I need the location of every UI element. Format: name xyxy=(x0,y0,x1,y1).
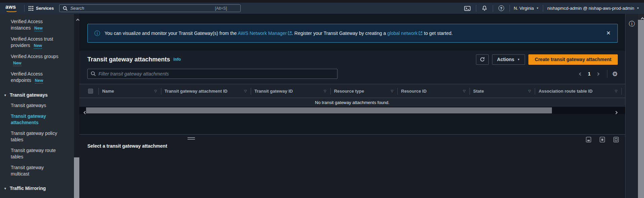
nav-divider xyxy=(510,5,510,12)
tools-side-strip: ⓘ xyxy=(625,14,638,198)
select-all-checkbox[interactable] xyxy=(88,89,93,94)
services-label: Services xyxy=(36,6,54,11)
services-grid-icon xyxy=(29,6,33,11)
region-label: N. Virginia xyxy=(514,6,534,11)
split-panel-drag-handle[interactable] xyxy=(188,137,195,140)
column-header-filler xyxy=(622,84,625,98)
sidebar-item-verified-access-instances[interactable]: Verified Access instances New xyxy=(0,17,63,33)
sidebar-item-transit-gateways[interactable]: Transit gateways xyxy=(0,101,63,110)
notifications-button[interactable] xyxy=(480,5,489,11)
table-header-row: Name ▽ Transit gateway attachment ID ▽ T… xyxy=(79,84,625,98)
column-header-transit-gateway-attachment-id[interactable]: Transit gateway attachment ID ▽ xyxy=(161,84,251,98)
sidebar-item-transit-gateway-route-tables[interactable]: Transit gateway route tables xyxy=(0,146,63,162)
panel-position-hidden-button[interactable] xyxy=(613,137,619,143)
column-header-transit-gateway-id[interactable]: Transit gateway ID ▽ xyxy=(251,84,331,98)
search-icon xyxy=(91,71,96,76)
aws-network-manager-link[interactable]: AWS Network Manager xyxy=(238,31,287,36)
attachments-table-card: Transit gateway attachments Info Actions… xyxy=(79,51,625,114)
next-page-button[interactable] xyxy=(595,71,601,77)
new-badge: New xyxy=(35,78,43,84)
sidebar-item-verified-access-endpoints[interactable]: Verified Access endpoints New xyxy=(0,69,63,86)
new-badge: New xyxy=(13,61,22,66)
services-menu-button[interactable]: Services xyxy=(29,6,54,11)
info-link[interactable]: Info xyxy=(173,57,181,62)
chevron-down-icon: ▼ xyxy=(536,7,539,10)
search-shortcut-hint: [Alt+S] xyxy=(215,6,237,11)
banner-close-button[interactable]: ✕ xyxy=(606,31,611,36)
search-input[interactable] xyxy=(70,6,212,11)
sort-icon: ▽ xyxy=(526,89,531,93)
global-network-link[interactable]: global network xyxy=(387,31,417,36)
sort-icon: ▽ xyxy=(388,89,394,93)
filter-input[interactable] xyxy=(87,69,337,79)
banner-message: You can visualize and monitor your Trans… xyxy=(105,31,453,36)
sidebar-scrollbar-thumb[interactable] xyxy=(74,157,79,198)
window-scrollbar[interactable] xyxy=(638,14,644,198)
refresh-button[interactable] xyxy=(476,54,489,65)
sort-icon: ▽ xyxy=(612,89,617,93)
sidebar-item-verified-access-trust-providers[interactable]: Verified Access trust providers New xyxy=(0,34,63,51)
top-navigation-bar: aws Services [Alt+S] xyxy=(0,3,644,14)
column-header-association-route-table-id[interactable]: Association route table ID ▽ xyxy=(535,84,622,98)
section-expanded-icon: ▼ xyxy=(4,187,7,190)
table-preferences-button[interactable]: ⚙ xyxy=(612,71,618,77)
select-all-cell xyxy=(79,84,99,98)
chevron-down-icon: ▼ xyxy=(517,58,520,61)
cloudshell-button[interactable] xyxy=(463,6,472,11)
chevron-right-icon xyxy=(596,72,600,76)
nav-divider xyxy=(24,5,25,12)
split-panel-position-controls xyxy=(586,137,619,143)
close-icon: ✕ xyxy=(606,30,611,36)
pagination: 1 ⚙ xyxy=(577,70,618,78)
panel-position-bottom-button[interactable] xyxy=(586,137,592,143)
region-selector[interactable]: N. Virginia ▼ xyxy=(514,6,539,11)
column-header-state[interactable]: State ▽ xyxy=(470,84,535,98)
search-icon xyxy=(63,6,68,11)
column-header-name[interactable]: Name ▽ xyxy=(99,84,161,98)
sort-icon: ▽ xyxy=(460,89,466,93)
sidebar-item-transit-gateway-multicast[interactable]: Transit gateway multicast xyxy=(0,163,63,179)
horizontal-scrollbar-thumb[interactable] xyxy=(86,107,552,113)
sort-icon: ▽ xyxy=(152,89,157,93)
panel-position-side-button[interactable] xyxy=(599,137,605,143)
info-panel-toggle-button[interactable]: ⓘ xyxy=(629,20,635,28)
current-page-number: 1 xyxy=(588,71,591,77)
actions-dropdown-button[interactable]: Actions ▼ xyxy=(492,54,525,65)
sidebar-scrollbar[interactable] xyxy=(74,14,79,198)
gear-icon: ⚙ xyxy=(612,70,618,78)
refresh-icon xyxy=(480,57,485,62)
pagination-divider xyxy=(607,70,607,78)
panel-side-icon xyxy=(599,137,605,143)
main-content: ⓘ You can visualize and monitor your Tra… xyxy=(79,14,625,198)
column-header-resource-type[interactable]: Resource type ▽ xyxy=(331,84,398,98)
horizontal-scrollbar[interactable] xyxy=(79,107,625,114)
new-badge: New xyxy=(34,26,43,31)
table-header-bar: Transit gateway attachments Info Actions… xyxy=(79,51,625,66)
account-menu[interactable]: nishapmcd-admin @ nishap-aws-prod-admin … xyxy=(547,6,639,11)
panel-hidden-icon xyxy=(613,137,619,143)
sidebar-item-transit-gateway-policy-tables[interactable]: Transit gateway policy tables xyxy=(0,129,63,145)
previous-page-button[interactable] xyxy=(577,71,584,77)
help-button[interactable]: ? xyxy=(497,5,506,11)
nav-divider xyxy=(493,5,493,12)
sidebar-section-traffic-mirroring[interactable]: ▼ Traffic Mirroring xyxy=(0,184,74,193)
create-transit-gateway-attachment-button[interactable]: Create transit gateway attachment xyxy=(528,54,618,65)
global-search-box[interactable]: [Alt+S] xyxy=(59,4,241,12)
window-scrollbar-thumb[interactable] xyxy=(638,20,644,198)
account-label: nishapmcd-admin @ nishap-aws-prod-admin xyxy=(547,6,634,11)
column-header-resource-id[interactable]: Resource ID ▽ xyxy=(398,84,470,98)
split-panel: Select a transit gateway attachment xyxy=(79,134,625,198)
filter-box[interactable] xyxy=(87,69,337,79)
sidebar-item-verified-access-groups[interactable]: Verified Access groups New xyxy=(0,52,63,68)
filter-row: 1 ⚙ xyxy=(79,66,625,84)
sidebar-item-transit-gateway-attachments[interactable]: Transit gateway attachments xyxy=(0,111,63,128)
info-circle-icon: ⓘ xyxy=(94,31,100,36)
nav-divider xyxy=(543,5,543,12)
sort-icon: ▽ xyxy=(241,89,247,93)
split-panel-title: Select a transit gateway attachment xyxy=(79,135,625,149)
sidebar-section-transit-gateways[interactable]: ▼ Transit gateways xyxy=(0,90,74,100)
content-spacer xyxy=(79,114,625,134)
vpc-sidebar-navigation: Verified Access instances New Verified A… xyxy=(0,14,74,198)
external-link-icon xyxy=(418,31,422,35)
aws-logo[interactable]: aws xyxy=(5,4,17,12)
